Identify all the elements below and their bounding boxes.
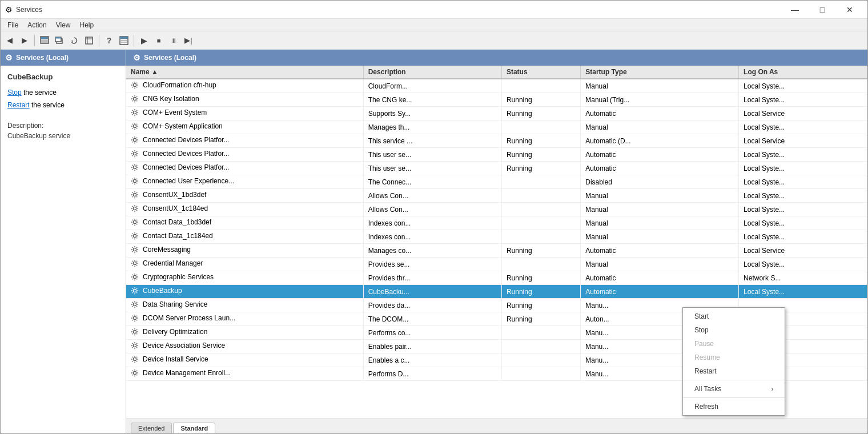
restart-link[interactable]: Restart [7, 101, 30, 109]
refresh-icon [70, 36, 79, 45]
service-startup-cell: Automatic (D... [581, 134, 739, 148]
service-desc-cell: Manages co... [363, 244, 501, 258]
table-row[interactable]: COM+ Event System Supports Sy... Running… [126, 107, 867, 120]
title-bar-controls: — □ ✕ [782, 1, 863, 18]
table-row[interactable]: Connected Devices Platfor... This user s… [126, 162, 867, 175]
svg-point-36 [133, 357, 136, 360]
start-service-button[interactable]: ▶ [137, 34, 151, 47]
context-menu-item-start[interactable]: Start [683, 310, 785, 323]
context-menu-item-stop[interactable]: Stop [683, 323, 785, 337]
service-name-cell: Connected Devices Platfor... [126, 134, 363, 148]
context-menu-item-pause: Pause [683, 337, 785, 351]
table-row[interactable]: Connected Devices Platfor... This servic… [126, 134, 867, 148]
service-desc-cell: The DCOM... [363, 312, 501, 326]
tab-extended[interactable]: Extended [131, 423, 172, 433]
service-name-label: COM+ System Application [143, 122, 223, 130]
pause-service-button[interactable]: ⏸ [167, 34, 180, 47]
table-row[interactable]: CubeBackup CubeBacku... Running Automati… [126, 285, 867, 299]
svg-point-26 [133, 220, 136, 223]
app-icon: ⚙ [5, 5, 13, 14]
description-label: Description: [7, 122, 43, 130]
new-window-button[interactable] [53, 34, 66, 47]
restart-service-button[interactable]: ▶| [182, 34, 195, 47]
col-header-logon[interactable]: Log On As [739, 66, 867, 79]
service-name-cell: COM+ System Application [126, 120, 363, 134]
service-desc-cell: Provides da... [363, 299, 501, 312]
service-name-cell: Connected User Experience... [126, 175, 363, 189]
show-hide-console-button[interactable] [38, 34, 51, 47]
svg-point-30 [133, 275, 136, 278]
svg-point-31 [133, 289, 136, 292]
stop-service-button[interactable]: ■ [152, 34, 166, 47]
context-menu-item-restart[interactable]: Restart [683, 364, 785, 378]
table-row[interactable]: Connected Devices Platfor... This user s… [126, 148, 867, 162]
service-status-cell [501, 353, 580, 367]
service-name-cell: COM+ Event System [126, 107, 363, 120]
service-gear-icon [131, 150, 139, 158]
submenu-arrow: › [771, 386, 773, 392]
context-menu-label: Restart [694, 367, 717, 375]
minimize-button[interactable]: — [782, 1, 808, 18]
table-row[interactable]: Credential Manager Provides se... Manual… [126, 258, 867, 271]
col-header-startup[interactable]: Startup Type [581, 66, 739, 79]
table-row[interactable]: COM+ System Application Manages th... Ma… [126, 120, 867, 134]
service-name-label: Connected User Experience... [143, 177, 234, 185]
context-menu-label: Start [694, 312, 709, 320]
service-desc-cell: Indexes con... [363, 216, 501, 230]
service-desc-cell: Manages th... [363, 120, 501, 134]
close-button[interactable]: ✕ [837, 1, 863, 18]
stop-link[interactable]: Stop [7, 89, 22, 97]
tab-standard[interactable]: Standard [173, 423, 215, 433]
service-desc-cell: Performs co... [363, 326, 501, 340]
table-row[interactable]: CNG Key Isolation The CNG ke... Running … [126, 93, 867, 107]
help-button[interactable]: ? [102, 34, 116, 47]
service-name-label: Device Install Service [143, 355, 208, 363]
service-status-cell [501, 367, 580, 381]
context-menu-item-refresh[interactable]: Refresh [683, 400, 785, 413]
service-logon-cell: Local Syste... [739, 120, 867, 134]
table-row[interactable]: Cryptographic Services Provides thr... R… [126, 271, 867, 285]
maximize-button[interactable]: □ [809, 1, 835, 18]
menu-view[interactable]: View [51, 20, 75, 30]
service-name-label: Device Management Enroll... [143, 369, 231, 377]
sidebar-service-name: CubeBackup [7, 73, 119, 81]
sidebar-header-label: Services (Local) [16, 54, 69, 62]
table-row[interactable]: Connected User Experience... The Connec.… [126, 175, 867, 189]
col-header-description[interactable]: Description [363, 66, 501, 79]
refresh-button[interactable] [67, 34, 81, 47]
menu-help[interactable]: Help [75, 20, 99, 30]
service-desc-cell: Allows Con... [363, 203, 501, 216]
service-name-cell: DCOM Server Process Laun... [126, 312, 363, 326]
table-row[interactable]: ConsentUX_1bd3def Allows Con... Manual L… [126, 189, 867, 203]
service-gear-icon [131, 328, 139, 336]
menu-action[interactable]: Action [23, 20, 51, 30]
context-menu-item-all-tasks[interactable]: All Tasks› [683, 382, 785, 396]
service-gear-icon [131, 341, 139, 349]
table-row[interactable]: CoreMessaging Manages co... Running Auto… [126, 244, 867, 258]
export-button[interactable] [82, 34, 96, 47]
menu-file[interactable]: File [3, 20, 23, 30]
service-logon-cell: Local Syste... [739, 162, 867, 175]
service-logon-cell: Local Service [739, 244, 867, 258]
table-row[interactable]: ConsentUX_1c184ed Allows Con... Manual L… [126, 203, 867, 216]
table-row[interactable]: CloudFormation cfn-hup CloudForm... Manu… [126, 79, 867, 93]
forward-button[interactable]: ▶ [18, 34, 31, 47]
menu-bar: File Action View Help [1, 19, 867, 31]
service-status-cell: Running [501, 107, 580, 120]
service-name-with-icon: ConsentUX_1c184ed [131, 204, 208, 212]
service-gear-icon [131, 136, 139, 144]
col-header-name[interactable]: Name ▲ [126, 66, 363, 79]
service-name-label: CloudFormation cfn-hup [143, 81, 216, 89]
service-status-cell [501, 340, 580, 353]
service-name-label: COM+ Event System [143, 108, 207, 116]
col-header-status[interactable]: Status [501, 66, 580, 79]
service-name-cell: ConsentUX_1c184ed [126, 203, 363, 216]
service-desc-cell: Indexes con... [363, 230, 501, 244]
sidebar-content: CubeBackup Stop the service Restart the … [1, 66, 126, 433]
properties-button[interactable] [117, 34, 131, 47]
service-desc-cell: Performs D... [363, 367, 501, 381]
service-logon-cell: Local Syste... [739, 175, 867, 189]
table-row[interactable]: Contact Data_1c184ed Indexes con... Manu… [126, 230, 867, 244]
back-button[interactable]: ◀ [3, 34, 17, 47]
table-row[interactable]: Contact Data_1bd3def Indexes con... Manu… [126, 216, 867, 230]
